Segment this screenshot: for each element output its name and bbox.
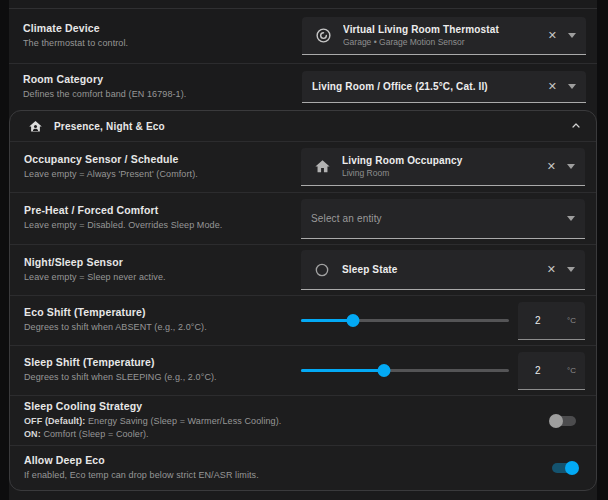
sleep-shift-label-block: Sleep Shift (Temperature) Degrees to shi… [10,356,301,384]
field-description: Degrees to shift when ABSENT (e.g., 2.0°… [24,321,289,334]
clear-button[interactable]: ✕ [548,81,557,92]
eco-shift-slider[interactable] [301,314,509,327]
select-value-block: Living Room / Office (21.5°C, Cat. II) [312,81,540,92]
value-number: 2 [535,315,567,326]
field-description: OFF (Default): Energy Saving (Sleep = Wa… [24,415,289,441]
home-icon [311,158,333,175]
value-unit: °C [567,366,576,375]
select-value: Sleep State [342,264,539,275]
sleep-cooling-toggle[interactable] [549,414,579,428]
climate-device-control: Virtual Living Room Thermostat Garage • … [302,17,586,55]
chevron-down-icon [567,164,575,169]
select-placeholder: Select an entity [311,213,567,224]
clear-button[interactable]: ✕ [547,264,556,275]
field-description: Leave empty = Disabled. Overrides Sleep … [24,219,289,232]
sleep-shift-value-box[interactable]: 2 °C [518,352,585,390]
desc-bold: OFF (Default): [24,416,85,426]
night-sensor-select[interactable]: Sleep State ✕ [301,250,585,290]
value-unit: °C [567,316,576,325]
select-value-block: Virtual Living Room Thermostat Garage • … [343,24,540,47]
field-label: Eco Shift (Temperature) [24,306,289,318]
toggle-knob [565,461,579,475]
sleep-shift-control: 2 °C [301,352,585,390]
field-label: Night/Sleep Sensor [24,256,289,268]
chevron-down-icon [567,267,575,272]
select-value-block: Sleep State [342,264,539,275]
chevron-down-icon [568,33,576,38]
chevron-down-icon [567,216,575,221]
sleep-shift-slider[interactable] [301,364,509,377]
deep-eco-control [301,461,585,475]
deep-eco-toggle[interactable] [549,461,579,475]
occupancy-label-block: Occupancy Sensor / Schedule Leave empty … [10,153,301,181]
sleep-cooling-label-block: Sleep Cooling Strategy OFF (Default): En… [10,400,301,441]
room-category-label-block: Room Category Defines the comfort band (… [9,73,302,101]
deep-eco-label-block: Allow Deep Eco If enabled, Eco temp can … [10,454,301,482]
select-value-block: Living Room Occupancy Living Room [342,155,539,178]
field-row-night-sensor: Night/Sleep Sensor Leave empty = Sleep n… [10,244,596,295]
eco-shift-label-block: Eco Shift (Temperature) Degrees to shift… [10,306,301,334]
value-number: 2 [535,365,567,376]
sleep-cooling-control [301,414,585,428]
slider-thumb[interactable] [347,314,360,327]
select-value: Living Room Occupancy [342,155,539,166]
occupancy-control: Living Room Occupancy Living Room ✕ [301,148,585,186]
slider-fill [301,369,384,372]
desc-text: Energy Saving (Sleep = Warmer/Less Cooli… [85,416,281,426]
form-content: Climate Device The thermostat to control… [9,0,597,500]
field-description: The thermostat to control. [23,37,290,50]
room-category-control: Living Room / Office (21.5°C, Cat. II) ✕ [302,71,586,103]
section-header[interactable]: Presence, Night & Eco [10,111,596,141]
chevron-down-icon [568,84,576,89]
field-row-preheat: Pre-Heat / Forced Comfort Leave empty = … [10,192,596,244]
config-dialog: Climate Device The thermostat to control… [0,0,608,500]
select-value-secondary: Living Room [342,168,539,178]
field-row-sleep-cooling: Sleep Cooling Strategy OFF (Default): En… [10,395,596,445]
field-label: Sleep Cooling Strategy [24,400,289,412]
section-card-presence-night-eco: Presence, Night & Eco Occupancy Sensor /… [9,110,597,491]
field-description: If enabled, Eco temp can drop below stri… [24,469,289,482]
field-label: Occupancy Sensor / Schedule [24,153,289,165]
clear-button[interactable]: ✕ [548,30,557,41]
select-value: Living Room / Office (21.5°C, Cat. II) [312,81,540,92]
field-description: Leave empty = Always 'Present' (Comfort)… [24,168,289,181]
room-category-select[interactable]: Living Room / Office (21.5°C, Cat. II) ✕ [302,71,586,103]
slider-fill [301,319,353,322]
field-label: Room Category [23,73,290,85]
night-sensor-label-block: Night/Sleep Sensor Leave empty = Sleep n… [10,256,301,284]
climate-device-select[interactable]: Virtual Living Room Thermostat Garage • … [302,17,586,55]
desc-bold: ON: [24,429,41,439]
select-placeholder-block: Select an entity [311,213,567,224]
preheat-label-block: Pre-Heat / Forced Comfort Leave empty = … [10,204,301,232]
slider-thumb[interactable] [378,364,391,377]
section-title: Presence, Night & Eco [54,121,570,132]
field-description: Degrees to shift when SLEEPING (e.g., 2.… [24,371,289,384]
home-account-icon [28,119,44,134]
field-row-climate-device: Climate Device The thermostat to control… [9,9,597,63]
desc-text: Comfort (Sleep = Cooler). [41,429,149,439]
preheat-control: Select an entity [301,199,585,239]
field-row-eco-shift: Eco Shift (Temperature) Degrees to shift… [10,295,596,345]
field-description: Defines the comfort band (EN 16798-1). [23,88,290,101]
field-label: Climate Device [23,22,290,34]
select-value: Virtual Living Room Thermostat [343,24,540,35]
top-divider [9,0,597,9]
occupancy-select[interactable]: Living Room Occupancy Living Room ✕ [301,148,585,186]
field-label: Allow Deep Eco [24,454,289,466]
field-label: Pre-Heat / Forced Comfort [24,204,289,216]
eco-shift-control: 2 °C [301,302,585,340]
preheat-select[interactable]: Select an entity [301,199,585,239]
toggle-knob [549,414,563,428]
circle-outline-icon [311,262,333,278]
field-row-occupancy: Occupancy Sensor / Schedule Leave empty … [10,141,596,192]
chevron-up-icon[interactable] [570,120,582,132]
field-row-deep-eco: Allow Deep Eco If enabled, Eco temp can … [10,445,596,490]
eco-shift-value-box[interactable]: 2 °C [518,302,585,340]
thermostat-dial-icon [312,27,334,44]
select-value-secondary: Garage • Garage Motion Sensor [343,37,540,47]
field-description: Leave empty = Sleep never active. [24,271,289,284]
climate-device-label-block: Climate Device The thermostat to control… [9,22,302,50]
night-sensor-control: Sleep State ✕ [301,250,585,290]
clear-button[interactable]: ✕ [547,161,556,172]
field-row-sleep-shift: Sleep Shift (Temperature) Degrees to shi… [10,345,596,395]
